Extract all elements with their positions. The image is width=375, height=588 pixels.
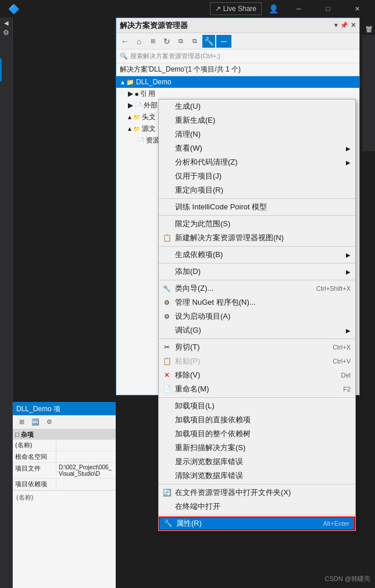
menu-item-open-folder[interactable]: 🔄 在文件资源管理器中打开文件夹(X) [159, 486, 355, 500]
menu-item-add[interactable]: 添加(D) ▶ [159, 265, 355, 279]
filter-btn[interactable]: ─ [216, 35, 231, 48]
prop-value-namespace [56, 451, 116, 454]
restore-button[interactable]: □ [315, 0, 341, 17]
home-btn[interactable]: ⌂ [133, 35, 145, 48]
close-button[interactable]: ✕ [344, 0, 370, 17]
divider-6 [159, 338, 355, 339]
properties-menu-icon: 🔧 [162, 519, 174, 528]
paste-shortcut: Ctrl+V [321, 358, 351, 365]
menu-item-remove[interactable]: ✕ 移除(V) Del [159, 368, 355, 382]
prop-value-project-file: D:\002_Project\006_Visual_Studio\D [56, 463, 116, 478]
remove-shortcut: Del [329, 372, 351, 379]
open-folder-icon: 🔄 [161, 489, 173, 497]
analyze-arrow: ▶ [346, 159, 351, 166]
panel-pin-icon[interactable]: 📌 [340, 22, 348, 29]
live-share-button[interactable]: ↗ Live Share [210, 2, 262, 15]
paste-label: 粘贴(P) [175, 356, 200, 366]
menu-item-rename[interactable]: 📄 重命名(M) F2 [159, 382, 355, 396]
menu-item-build[interactable]: 生成(U) [159, 99, 355, 113]
ext-icon: 📄 [135, 102, 142, 109]
copy-btn[interactable]: ⧉ [174, 35, 187, 48]
solution-toolbar: ← ⌂ ⊞ ↻ ⧉ ⧉ 🔧 ─ [116, 33, 359, 49]
clear-db-label: 清除浏览数据库错误 [175, 471, 243, 481]
menu-item-debug[interactable]: 调试(G) ▶ [159, 323, 355, 337]
search-bar: 🔍 搜索解决方案资源管理器(Ctrl+;) [116, 49, 359, 63]
prop-name-project-file: 项目文件 [13, 463, 56, 474]
menu-item-view[interactable]: 查看(W) ▶ [159, 141, 355, 155]
scope-label: 限定为此范围(S) [175, 219, 230, 229]
menu-item-train[interactable]: 训练 IntelliCode Poirot 模型 [159, 200, 355, 214]
view-arrow: ▶ [346, 145, 351, 152]
menu-item-scope[interactable]: 限定为此范围(S) [159, 217, 355, 231]
active-indicator [0, 58, 2, 81]
menu-item-load-direct[interactable]: 加载项目的直接依赖项 [159, 413, 355, 427]
menu-item-retarget[interactable]: 重定向项目(R) [159, 183, 355, 197]
settings-icon[interactable]: ⚙ [3, 28, 9, 37]
prop-value-name [56, 440, 116, 442]
menu-item-rebuild[interactable]: 重新生成(E) [159, 113, 355, 127]
project-node[interactable]: ▴ 📁 DLL_Demo [116, 76, 359, 88]
prop-toolbar: ⊞ 🔤 ⚙ [13, 415, 116, 429]
cut-label: 剪切(T) [175, 342, 200, 352]
solution-label-text: 解决方案'DLL_Demo'(1 个项目/共 1 个) [120, 65, 241, 74]
menu-item-rescan[interactable]: 重新扫描解决方案(S) [159, 441, 355, 455]
show-all-btn[interactable]: ⊞ [147, 35, 159, 48]
debug-label: 调试(G) [175, 325, 201, 336]
remove-icon: ✕ [161, 371, 173, 379]
show-db-label: 显示浏览数据库错误 [175, 457, 243, 467]
title-bar: 🔷 ↗ Live Share 👤 ─ □ ✕ [0, 0, 375, 17]
class-wizard-shortcut: Ctrl+Shift+X [305, 285, 351, 292]
proj-only-label: 仅用于项目(J) [175, 171, 222, 181]
ref-label2: 用 [148, 89, 155, 99]
solution-panel-title: 解决方案资源管理器 [120, 20, 188, 31]
prop-az-btn[interactable]: 🔤 [29, 416, 42, 429]
search-placeholder[interactable]: 搜索解决方案资源管理器(Ctrl+;) [130, 52, 356, 60]
menu-item-set-startup[interactable]: ⚙ 设为启动项目(A) [159, 309, 355, 323]
menu-item-paste[interactable]: 📋 粘贴(P) Ctrl+V [159, 354, 355, 368]
add-label: 添加(D) [175, 266, 201, 277]
menu-item-clean[interactable]: 清理(N) [159, 127, 355, 141]
menu-item-new-sol-view[interactable]: 📋 新建解决方案资源管理器视图(N) [159, 231, 355, 245]
menu-item-properties[interactable]: 🔧 属性(R) Alt+Enter [159, 516, 355, 530]
refresh-btn[interactable]: ↻ [160, 35, 173, 48]
menu-item-clear-db-errors[interactable]: 清除浏览数据库错误 [159, 469, 355, 483]
panel-close-icon[interactable]: ✕ [351, 22, 356, 29]
expand-icon-ref: ▶ [128, 90, 133, 98]
collapse-icon[interactable]: ◀ [4, 20, 9, 26]
ref-icon: ■ [135, 91, 138, 97]
menu-item-class-wizard[interactable]: 🔧 类向导(Z)... Ctrl+Shift+X [159, 281, 355, 295]
menu-item-unload[interactable]: 卸载项目(L) [159, 399, 355, 413]
retarget-label: 重定向项目(R) [175, 185, 223, 195]
menu-item-build-deps[interactable]: 生成依赖项(B) ▶ [159, 248, 355, 262]
menu-item-analyze[interactable]: 分析和代码清理(Z) ▶ [159, 155, 355, 169]
prop-settings-btn[interactable]: ⚙ [43, 416, 56, 429]
menu-item-show-db-errors[interactable]: 显示浏览数据库错误 [159, 455, 355, 469]
panel-menu-icon[interactable]: ▾ [334, 22, 338, 29]
tree-item-ref[interactable]: ▶ ■ 引 用 [116, 88, 359, 99]
menu-item-open-terminal[interactable]: 在终端中打开 [159, 500, 355, 514]
live-share-label: Live Share [223, 5, 256, 13]
live-share-icon: ↗ [215, 5, 221, 13]
prop-panel-header: DLL_Demo 项 [13, 402, 116, 415]
menu-item-cut[interactable]: ✂ 剪切(T) Ctrl+X [159, 340, 355, 354]
rebuild-label: 重新生成(E) [175, 115, 215, 126]
new-sol-icon: 📋 [161, 234, 173, 242]
minimize-button[interactable]: ─ [285, 0, 312, 17]
unload-label: 卸载项目(L) [175, 401, 215, 411]
menu-item-proj-only[interactable]: 仅用于项目(J) [159, 169, 355, 183]
properties-btn[interactable]: 🔧 [202, 35, 215, 48]
rename-label: 重命名(M) [175, 384, 209, 394]
hdr-icon: 📁 [133, 114, 140, 120]
menu-item-load-all[interactable]: 加载项目的整个依赖树 [159, 427, 355, 441]
main-layout: ◀ ⚙ 解决方案资源管理器 ▾ 📌 ✕ ← ⌂ ⊞ ↻ [0, 17, 375, 588]
open-folder-label: 在文件资源管理器中打开文件夹(X) [175, 487, 291, 498]
divider-7 [159, 397, 355, 398]
prop-panel-title: DLL_Demo 项 [16, 404, 60, 414]
expand-icon-ext: ▶ [128, 101, 133, 109]
menu-item-nuget[interactable]: ⚙ 管理 NuGet 程序包(N)... [159, 295, 355, 309]
prop-cat-btn[interactable]: ⊞ [15, 416, 28, 429]
startup-icon: ⚙ [161, 313, 173, 320]
back-btn[interactable]: ← [119, 35, 131, 48]
copy2-btn[interactable]: ⧉ [188, 35, 201, 48]
prop-desc: (名称) [13, 490, 116, 504]
